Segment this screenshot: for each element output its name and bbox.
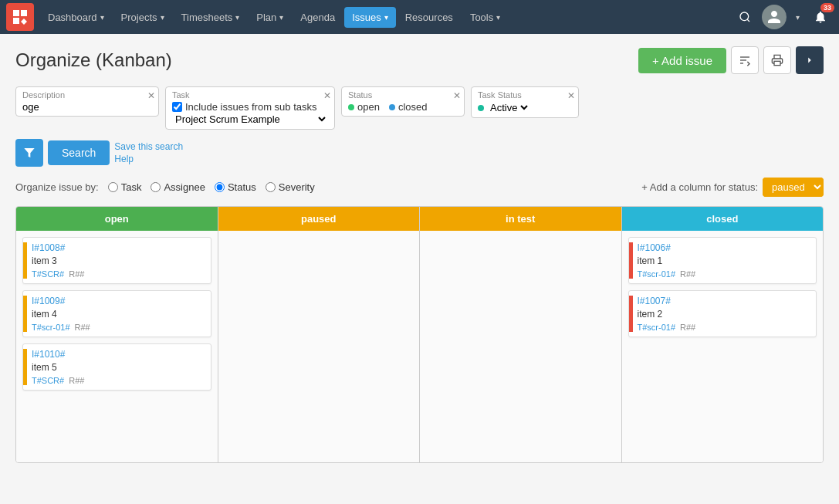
- card-task-link[interactable]: T#SCR#: [32, 269, 64, 279]
- nav-issues[interactable]: Issues ▾: [344, 7, 396, 28]
- card-ref: R##: [680, 269, 695, 279]
- card-task-link[interactable]: T#scr-01#: [32, 323, 70, 332]
- description-label: Description: [22, 90, 152, 100]
- card-meta: T#SCR#R##: [32, 376, 206, 385]
- organize-severity-option[interactable]: Severity: [266, 181, 315, 193]
- nav-agenda[interactable]: Agenda: [293, 7, 343, 28]
- page-content: Organize (Kanban) + Add issue: [0, 34, 839, 504]
- col-header-paused: paused: [218, 207, 420, 231]
- card-task-link[interactable]: T#scr-01#: [638, 269, 676, 279]
- organize-options: Task Assignee Status Severity: [108, 181, 315, 193]
- notifications-button[interactable]: 33: [808, 5, 833, 29]
- card-task-link[interactable]: T#SCR#: [32, 376, 64, 385]
- card-meta: T#scr-01#R##: [32, 323, 206, 332]
- card-title: item 4: [32, 309, 206, 320]
- col-header-in_test: in test: [420, 207, 621, 231]
- nav-resources[interactable]: Resources: [398, 7, 461, 28]
- kanban-col-open: openI#1008#item 3T#SCR#R##I#1009#item 4T…: [16, 207, 218, 462]
- nav-projects[interactable]: Projects ▾: [113, 7, 172, 28]
- collapse-panel-button[interactable]: [796, 46, 824, 74]
- organize-status-radio[interactable]: [215, 182, 225, 192]
- card-ref: R##: [680, 323, 695, 332]
- col-body-in_test: [420, 231, 621, 462]
- nav-timesheets[interactable]: Timesheets ▾: [174, 7, 248, 28]
- card-severity-bar: [23, 296, 27, 332]
- include-subtasks-checkbox[interactable]: [172, 102, 182, 112]
- notification-badge: 33: [820, 3, 834, 12]
- issue-card[interactable]: I#1009#item 4T#scr-01#R##: [22, 290, 211, 337]
- issue-card[interactable]: I#1008#item 3T#SCR#R##: [22, 237, 211, 284]
- organize-severity-radio[interactable]: [266, 182, 276, 192]
- card-id[interactable]: I#1006#: [638, 242, 812, 253]
- kanban-col-paused: paused: [218, 207, 421, 462]
- search-bar: Search Save this search Help: [15, 139, 824, 167]
- card-severity-bar: [629, 296, 633, 332]
- card-id[interactable]: I#1010#: [32, 349, 206, 360]
- description-input[interactable]: [22, 101, 152, 113]
- chevron-down-icon: ▾: [161, 13, 164, 22]
- status-close-icon[interactable]: ✕: [453, 90, 461, 101]
- user-avatar[interactable]: [762, 5, 787, 29]
- search-icon-button[interactable]: [732, 5, 757, 29]
- card-meta: T#scr-01#R##: [638, 323, 812, 332]
- card-severity-bar: [23, 349, 27, 385]
- col-header-open: open: [16, 207, 218, 231]
- organize-label: Organize issue by:: [15, 181, 99, 193]
- nav-plan[interactable]: Plan ▾: [249, 7, 291, 28]
- print-button[interactable]: [763, 46, 791, 74]
- add-column-select[interactable]: paused open in test closed: [763, 178, 824, 197]
- open-status-label: open: [357, 101, 380, 113]
- include-subtasks-label: Include issues from sub tasks: [185, 101, 317, 113]
- profile-chevron-icon[interactable]: ▾: [791, 5, 803, 29]
- organize-task-option[interactable]: Task: [108, 181, 142, 193]
- task-select[interactable]: Project Scrum Example: [172, 113, 328, 126]
- task-status-close-icon[interactable]: ✕: [567, 90, 575, 101]
- filter-icon-button[interactable]: [15, 139, 43, 167]
- svg-marker-6: [24, 148, 34, 157]
- organize-task-radio[interactable]: [108, 182, 118, 192]
- status-label: Status: [348, 90, 458, 100]
- description-close-icon[interactable]: ✕: [147, 90, 155, 101]
- card-id[interactable]: I#1007#: [638, 296, 812, 306]
- organize-status-option[interactable]: Status: [215, 181, 256, 193]
- nav-tools[interactable]: Tools ▾: [462, 7, 508, 28]
- kanban-col-closed: closedI#1006#item 1T#scr-01#R##I#1007#it…: [622, 207, 824, 462]
- task-include-row: Include issues from sub tasks: [172, 101, 328, 113]
- closed-status-dot: [389, 104, 395, 110]
- task-status-filter: Task Status Active ✕: [471, 86, 579, 118]
- sort-button[interactable]: [731, 46, 759, 74]
- status-values-row: open closed: [348, 101, 458, 113]
- col-header-closed: closed: [622, 207, 824, 231]
- help-link[interactable]: Help: [114, 154, 183, 164]
- nav-dashboard[interactable]: Dashboard ▾: [40, 7, 112, 28]
- issue-card[interactable]: I#1007#item 2T#scr-01#R##: [628, 290, 817, 337]
- chevron-down-icon: ▾: [279, 13, 283, 22]
- task-close-icon[interactable]: ✕: [323, 90, 331, 101]
- card-task-link[interactable]: T#scr-01#: [638, 323, 676, 332]
- app-logo[interactable]: [6, 3, 34, 31]
- card-id[interactable]: I#1008#: [32, 242, 206, 253]
- search-links: Save this search Help: [114, 141, 183, 164]
- card-ref: R##: [75, 323, 90, 332]
- card-content: I#1007#item 2T#scr-01#R##: [638, 296, 812, 332]
- issue-card[interactable]: I#1006#item 1T#scr-01#R##: [628, 237, 817, 284]
- page-header: Organize (Kanban) + Add issue: [15, 46, 824, 74]
- issue-card[interactable]: I#1010#item 5T#SCR#R##: [22, 343, 211, 391]
- search-button[interactable]: Search: [48, 140, 110, 165]
- chevron-down-icon: ▾: [384, 13, 388, 22]
- organize-assignee-option[interactable]: Assignee: [151, 181, 205, 193]
- save-search-link[interactable]: Save this search: [114, 141, 183, 152]
- task-status-select[interactable]: Active: [487, 101, 530, 114]
- kanban-board: openI#1008#item 3T#SCR#R##I#1009#item 4T…: [15, 206, 824, 463]
- add-issue-button[interactable]: + Add issue: [638, 48, 726, 73]
- card-ref: R##: [69, 269, 84, 279]
- col-body-paused: [218, 231, 420, 462]
- card-severity-bar: [23, 242, 27, 279]
- card-id[interactable]: I#1009#: [32, 296, 206, 306]
- organize-assignee-radio[interactable]: [151, 182, 161, 192]
- chevron-down-icon: ▾: [100, 13, 104, 22]
- col-body-closed: I#1006#item 1T#scr-01#R##I#1007#item 2T#…: [622, 231, 824, 462]
- column-dropdown-container: paused open in test closed: [763, 178, 824, 197]
- kanban-col-in_test: in test: [420, 207, 622, 462]
- organize-row: Organize issue by: Task Assignee Status …: [15, 178, 824, 197]
